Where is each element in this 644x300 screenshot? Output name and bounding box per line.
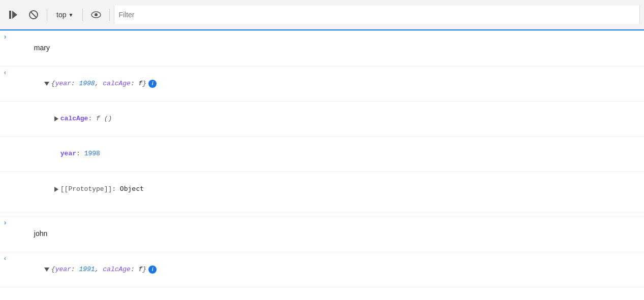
row-content: {year: 1991, calcAge: f}i (10, 253, 644, 286)
svg-rect-0 (9, 11, 11, 19)
filter-input[interactable] (114, 6, 639, 24)
table-row: year: 1998 (0, 137, 644, 172)
object-brace-open: { (51, 80, 55, 87)
svg-point-5 (95, 13, 98, 16)
row-content: calcAge: f () (10, 102, 644, 136)
val-object-mary: Object (120, 185, 144, 192)
row-content: john (10, 217, 644, 251)
key-year: year (55, 80, 71, 87)
separator-2 (82, 9, 83, 21)
svg-line-3 (30, 12, 37, 18)
console-content: › mary ‹ {year: 1998, calcAge: f}i calcA… (0, 30, 644, 300)
table-row: ‹ {year: 1998, calcAge: f}i (0, 66, 644, 102)
back-arrow-icon: ‹ (0, 253, 10, 264)
val-f-func: f () (96, 115, 112, 122)
label-mary: mary (34, 44, 50, 52)
key-calcAge: calcAge (60, 115, 88, 122)
separator-3 (109, 9, 110, 21)
row-content: year: 1998 (10, 137, 644, 171)
key-calcAge-preview: calcAge (103, 80, 131, 87)
chevron-down-icon[interactable] (44, 268, 49, 272)
block-button[interactable] (24, 6, 43, 24)
context-dropdown[interactable]: top ▼ (51, 9, 78, 21)
table-row: › mary (0, 30, 644, 66)
row-content: mary (10, 31, 644, 65)
val-1998-preview: 1998 (79, 80, 95, 87)
expand-icon[interactable]: › (0, 31, 10, 42)
chevron-right-icon[interactable] (54, 187, 58, 192)
table-row: › john (0, 216, 644, 252)
row-content: [[Prototype]]: Object (10, 172, 644, 211)
key-calcAge-preview-john: calcAge (103, 265, 131, 273)
key-proto-mary: [[Prototype]] (60, 185, 112, 193)
object-brace-open-john: { (51, 265, 55, 273)
chevron-down-icon[interactable] (44, 82, 49, 86)
info-badge-john[interactable]: i (148, 265, 157, 274)
info-badge[interactable]: i (148, 80, 157, 88)
row-content: {year: 1998, calcAge: f}i (10, 67, 644, 101)
table-row: ‹ {year: 1991, calcAge: f}i (0, 252, 644, 287)
back-arrow-icon: ‹ (0, 67, 10, 78)
filter-wrapper (114, 6, 640, 24)
toolbar: top ▼ (0, 0, 644, 30)
eye-button[interactable] (87, 6, 105, 24)
row-content: calcAge: f () (10, 288, 644, 300)
dropdown-arrow-icon: ▼ (68, 12, 73, 18)
separator-1 (47, 9, 47, 21)
label-john: john (34, 229, 47, 238)
val-1998: 1998 (84, 150, 100, 157)
val-1991-preview: 1991 (79, 265, 95, 273)
table-row: calcAge: f () (0, 102, 644, 137)
table-row: [[Prototype]]: Object (0, 172, 644, 212)
play-button[interactable] (4, 6, 22, 24)
expand-icon[interactable]: › (0, 217, 10, 228)
context-label: top (56, 11, 66, 19)
chevron-right-icon[interactable] (54, 116, 58, 121)
spacer (0, 212, 644, 216)
key-year-prop: year (60, 150, 76, 157)
svg-marker-1 (12, 11, 17, 19)
table-row: calcAge: f () (0, 287, 644, 300)
key-year-john: year (55, 265, 71, 273)
